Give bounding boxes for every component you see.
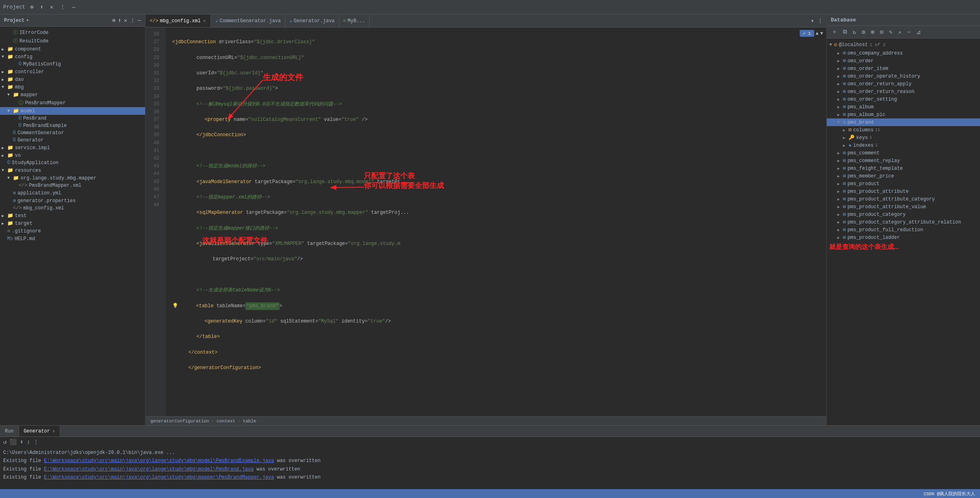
panel-icon-add[interactable]: ⊕	[112, 17, 115, 24]
tree-item-generator[interactable]: © Generator	[0, 137, 145, 144]
class-icon: ©	[19, 123, 21, 129]
counter-arrow-down[interactable]: ▼	[820, 31, 823, 36]
counter-arrow-up[interactable]: ▲	[816, 31, 819, 36]
db-jump-icon[interactable]: ↗	[896, 28, 903, 36]
tab-mbg-config-xml[interactable]: </> mbg_config.xml ✕	[146, 15, 211, 27]
tree-item-resources[interactable]: ▼ 📁 resources	[0, 167, 145, 174]
tree-item-controller[interactable]: ▶ 📁 controller	[0, 68, 145, 76]
db-item-pms-product-attribute[interactable]: ▶ ⊞ pms_product_attribute	[827, 188, 980, 195]
tree-item-target[interactable]: ▶ 📁 target	[0, 219, 145, 227]
db-item-pms-product[interactable]: ▶ ⊞ pms_product	[827, 180, 980, 188]
tree-item-mybatisconfig[interactable]: © MyBatisConfig	[0, 61, 145, 68]
code-line-34: <!--指定生成model的路径-->	[172, 162, 823, 170]
db-item-pms-product-category[interactable]: ▶ ⊞ pms_product_category	[827, 211, 980, 218]
db-item-oms-order-operate-history[interactable]: ▶ ⊞ oms_order_operate_history	[827, 72, 980, 80]
database-panel-header: Database	[827, 15, 980, 26]
code-line-35: <javaModelGenerator targetPackage="org.l…	[172, 178, 823, 186]
minimize-icon[interactable]: —	[70, 3, 77, 11]
panel-icon-close[interactable]: ✕	[124, 17, 127, 24]
tab-commentgenerator[interactable]: ☕ CommentGenerator.java	[211, 15, 285, 27]
db-item-pms-member-price[interactable]: ▶ ⊞ pms_member_price	[827, 172, 980, 180]
db-settings-icon[interactable]: ⚙	[860, 28, 866, 36]
db-item-oms-order[interactable]: ▶ ⊞ oms_order	[827, 57, 980, 65]
tab-myb[interactable]: ⊙ MyB...	[339, 15, 370, 27]
tree-item-model[interactable]: ▼ 📁 model	[0, 107, 145, 115]
tabs-overflow[interactable]: ▾ ⋮	[807, 17, 826, 24]
tree-item-mapper[interactable]: ▼ 📁 mapper	[0, 91, 145, 99]
run-scroll-icon[interactable]: ↕	[27, 439, 30, 445]
tab-close-btn[interactable]: ✕	[202, 18, 207, 23]
db-item-pms-product-full-reduction[interactable]: ▶ ⊞ pms_product_full_reduction	[827, 226, 980, 234]
run-restart-icon[interactable]: ↺	[3, 439, 6, 445]
file-link-1[interactable]: E:\Workspace\study\src\main\java\org\lan…	[44, 458, 274, 464]
db-host-row[interactable]: ▼ ⊙ @localhost 1 of 2	[827, 40, 980, 49]
bottom-tab-generator[interactable]: Generator ✕	[19, 426, 60, 437]
db-filter-icon[interactable]: ⊿	[915, 28, 923, 36]
tree-item-pmsbrand[interactable]: © PmsBrand	[0, 115, 145, 122]
file-link-2[interactable]: E:\Workspace\study\src\main\java\org\lan…	[44, 466, 253, 472]
db-item-oms-order-return-reason[interactable]: ▶ ⊞ oms_order_return_reason	[827, 88, 980, 95]
db-item-pms-comment[interactable]: ▶ ⊞ pms_comment	[827, 149, 980, 157]
bottom-tab-run[interactable]: Run	[0, 426, 19, 437]
tree-item-test[interactable]: ▶ 📁 test	[0, 212, 145, 219]
tree-item-pmsbrandmapper[interactable]: Ⓘ PmsBrandMapper	[0, 99, 145, 107]
tree-item-pmsbrandexample[interactable]: © PmsBrandExample	[0, 122, 145, 129]
tree-item-resultcode[interactable]: Ⓘ ResultCode	[0, 37, 145, 45]
db-item-pms-product-attribute-category[interactable]: ▶ ⊞ pms_product_attribute_category	[827, 195, 980, 203]
db-item-pms-album[interactable]: ▶ ⊞ pms_album	[827, 103, 980, 111]
tree-item-ierrorcode[interactable]: Ⓘ IErrorCode	[0, 28, 145, 37]
panel-icon-more[interactable]: ⋮	[130, 17, 135, 24]
sync-icon[interactable]: ⬆	[38, 3, 45, 11]
tree-item-commentgenerator[interactable]: © CommentGenerator	[0, 129, 145, 137]
tree-item-generatorproperties[interactable]: ⚙ generator.properties	[0, 197, 145, 205]
tree-item-mbgconfigxml[interactable]: </> mbg_config.xml	[0, 205, 145, 212]
tree-item-mapperfolder[interactable]: ▼ 📁 org.lange.study.mbg.mapper	[0, 174, 145, 182]
close-panel-icon[interactable]: ✕	[48, 3, 55, 11]
run-pause-icon[interactable]: ⬇	[20, 439, 23, 445]
tree-item-component[interactable]: ▶ 📁 component	[0, 45, 145, 53]
tree-item-serviceimpl[interactable]: ▶ 📁 service.impl	[0, 144, 145, 152]
db-item-pms-product-category-attribute-relation[interactable]: ▶ ⊞ pms_product_category_attribute_relat…	[827, 218, 980, 226]
run-more-icon[interactable]: ⋮	[33, 439, 39, 445]
project-title[interactable]: Project	[3, 4, 25, 10]
keys-icon: 🔑	[849, 135, 855, 141]
run-stop-icon[interactable]: ⬛	[10, 439, 17, 445]
tree-item-dao[interactable]: ▶ 📁 dao	[0, 76, 145, 83]
db-item-pms-brand-keys[interactable]: ▶ 🔑 keys 1	[827, 134, 980, 141]
db-item-pms-comment-replay[interactable]: ▶ ⊞ pms_comment_replay	[827, 157, 980, 165]
db-add-icon[interactable]: ＋	[830, 27, 839, 36]
db-item-oms-order-return-apply[interactable]: ▶ ⊞ oms_order_return_apply	[827, 80, 980, 88]
db-refresh-icon[interactable]: ↻	[851, 28, 858, 36]
tree-item-config[interactable]: ▼ 📁 config	[0, 53, 145, 61]
db-nav-icon[interactable]: ↔	[906, 28, 912, 36]
db-table-icon[interactable]: ⊟	[878, 28, 885, 36]
tree-item-applicationyml[interactable]: ⚙ application.yml	[0, 189, 145, 197]
db-item-oms-order-item[interactable]: ▶ ⊞ oms_order_item	[827, 65, 980, 72]
tree-item-helpmd[interactable]: Mↄ HELP.md	[0, 235, 145, 243]
db-item-pms-product-attribute-value[interactable]: ▶ ⊞ pms_product_attribute_value	[827, 203, 980, 211]
panel-icon-up[interactable]: ⬆	[118, 17, 121, 24]
db-item-pms-album-pic[interactable]: ▶ ⊞ pms_album_pic	[827, 111, 980, 118]
file-link-3[interactable]: E:\Workspace\study\src\main\java\org\lan…	[44, 475, 274, 480]
db-item-oms-company-address[interactable]: ▶ ⊞ oms_company_address	[827, 49, 980, 57]
db-copy-icon[interactable]: ⧉	[841, 28, 849, 36]
db-item-pms-brand-indexes[interactable]: ▶ ◈ indexes 1	[827, 141, 980, 149]
add-icon[interactable]: ⊕	[29, 3, 35, 11]
tree-item-mbg[interactable]: ▼ 📁 mbg	[0, 83, 145, 91]
panel-icon-min[interactable]: —	[138, 17, 141, 24]
table-icon: ⊞	[843, 219, 846, 225]
tree-item-vo[interactable]: ▶ 📁 vo	[0, 152, 145, 159]
db-schema-icon[interactable]: ⊞	[869, 28, 876, 36]
tree-item-gitignore[interactable]: ⊙ .gitignore	[0, 227, 145, 235]
tree-item-studyapplication[interactable]: © StudyApplication	[0, 159, 145, 167]
db-edit-icon[interactable]: ✎	[887, 28, 894, 36]
db-item-pms-brand-columns[interactable]: ▶ ⊡ columns 11	[827, 126, 980, 134]
more-icon[interactable]: ⋮	[58, 3, 67, 11]
db-item-pms-brand[interactable]: ▼ ⊞ pms_brand	[827, 118, 980, 126]
db-item-pms-product-ladder[interactable]: ▶ ⊞ pms_product_ladder	[827, 234, 980, 241]
bottom-tab-generator-close[interactable]: ✕	[52, 428, 55, 434]
tab-generator[interactable]: ☕ Generator.java	[285, 15, 339, 27]
db-item-pms-feight-template[interactable]: ▶ ⊞ pms_feight_template	[827, 165, 980, 172]
tree-item-pmsbrandmapperxml[interactable]: </> PmsBrandMapper.xml	[0, 182, 145, 189]
db-item-oms-order-setting[interactable]: ▶ ⊞ oms_order_setting	[827, 95, 980, 103]
